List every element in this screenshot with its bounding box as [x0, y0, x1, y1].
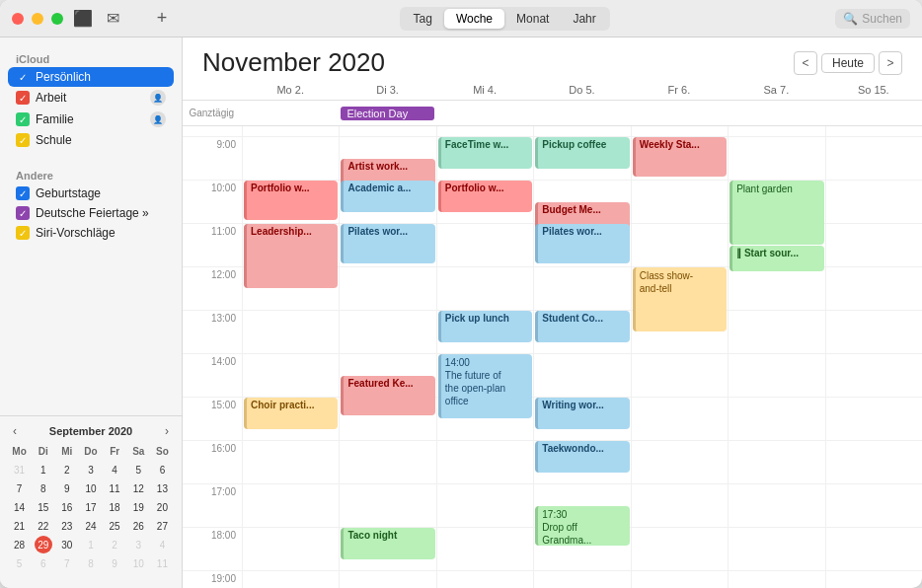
time-cell[interactable] — [825, 483, 922, 527]
time-cell[interactable] — [339, 266, 435, 310]
mini-cal-day[interactable]: 23 — [58, 517, 76, 535]
time-cell[interactable] — [728, 570, 824, 588]
prev-button[interactable]: < — [794, 51, 817, 75]
mini-cal-day[interactable]: 11 — [106, 479, 123, 497]
add-event-button[interactable]: + — [150, 7, 174, 31]
mini-cal-next[interactable]: › — [162, 424, 172, 438]
time-cell[interactable] — [242, 310, 339, 353]
time-cell[interactable] — [533, 126, 630, 136]
mini-cal-day[interactable]: 3 — [82, 461, 100, 478]
time-cell[interactable]: Class show- and-tell — [631, 266, 728, 310]
mini-cal-day[interactable]: 2 — [58, 461, 76, 478]
mini-cal-day[interactable]: 13 — [153, 479, 171, 497]
time-cell[interactable]: Weekly Sta... — [631, 136, 728, 180]
time-cell[interactable] — [728, 483, 824, 527]
time-cell[interactable] — [436, 223, 533, 266]
sidebar-item-familie[interactable]: ✓ Familie 👤 — [8, 109, 174, 130]
time-cell[interactable] — [436, 126, 533, 136]
mini-cal-day[interactable]: 27 — [153, 517, 171, 535]
calendar-event[interactable]: Featured Ke... — [341, 376, 434, 415]
time-cell[interactable] — [728, 310, 824, 353]
mini-cal-day[interactable]: 1 — [82, 536, 100, 553]
sidebar-item-deutsche-feiertage[interactable]: ✓ Deutsche Feiertage » — [8, 203, 174, 223]
mini-cal-day[interactable]: 6 — [35, 554, 52, 572]
calendar-event[interactable]: Pilates wor... — [341, 224, 434, 263]
today-button[interactable]: Heute — [821, 53, 875, 73]
mini-cal-day[interactable]: 10 — [129, 554, 147, 572]
sidebar-item-geburtstage[interactable]: ✓ Geburtstage — [8, 184, 174, 203]
time-cell[interactable] — [728, 440, 824, 483]
mini-cal-prev[interactable]: ‹ — [10, 424, 20, 438]
time-cell[interactable]: Pickup coffee — [533, 136, 630, 180]
mini-cal-day[interactable]: 30 — [58, 536, 76, 553]
sidebar-item-persoenlich[interactable]: ✓ Persönlich — [8, 67, 174, 87]
time-cell[interactable] — [339, 126, 435, 136]
mini-cal-day[interactable]: 5 — [11, 554, 29, 572]
time-cell[interactable] — [242, 440, 339, 483]
calendar-event[interactable]: Class show- and-tell — [633, 267, 727, 331]
search-box[interactable]: 🔍 Suchen — [835, 9, 910, 29]
time-cell[interactable] — [728, 136, 824, 180]
tab-jahr[interactable]: Jahr — [561, 9, 607, 29]
time-cell[interactable]: Leadership... — [242, 223, 339, 266]
mini-cal-day[interactable]: 9 — [106, 554, 123, 572]
mini-cal-day[interactable]: 8 — [35, 479, 52, 497]
time-cell[interactable] — [533, 570, 630, 588]
minimize-button[interactable] — [32, 13, 43, 25]
mini-cal-day[interactable]: 9 — [58, 479, 76, 497]
mini-cal-today[interactable]: 29 — [35, 536, 52, 553]
calendar-event[interactable]: Pick up lunch — [438, 311, 532, 342]
calendar-event[interactable]: 17:30 Drop off Grandma... — [535, 506, 629, 546]
time-cell[interactable] — [339, 483, 435, 527]
time-cell[interactable]: Artist work... — [339, 136, 435, 180]
time-cell[interactable]: Student Co... — [533, 310, 630, 353]
mini-cal-day[interactable]: 12 — [129, 479, 147, 497]
time-cell[interactable] — [533, 353, 630, 397]
time-cell[interactable]: Portfolio w... — [242, 180, 339, 223]
time-cell[interactable] — [533, 266, 630, 310]
time-cell[interactable] — [825, 266, 922, 310]
time-cell[interactable] — [339, 570, 435, 588]
time-cell[interactable] — [825, 570, 922, 588]
time-cell[interactable] — [339, 440, 435, 483]
calendar-event[interactable]: Writing wor... — [535, 398, 629, 429]
time-cell[interactable] — [728, 353, 824, 397]
time-cell[interactable] — [436, 527, 533, 570]
time-cell[interactable]: Pick up lunch — [436, 310, 533, 353]
calendar-event[interactable]: Choir practi... — [244, 398, 338, 429]
time-cell[interactable] — [242, 126, 339, 136]
time-cell[interactable]: Taco night — [339, 527, 435, 570]
time-cell[interactable] — [728, 126, 824, 136]
time-cell[interactable] — [631, 483, 728, 527]
mini-cal-day[interactable]: 14 — [11, 498, 29, 516]
time-cell[interactable]: Academic a... — [339, 180, 435, 223]
sidebar-item-arbeit[interactable]: ✓ Arbeit 👤 — [8, 87, 174, 109]
time-cell[interactable]: Writing wor... — [533, 397, 630, 440]
mini-cal-day[interactable]: 20 — [153, 498, 171, 516]
time-cell[interactable]: Featured Ke... — [339, 353, 435, 397]
time-cell[interactable]: 17:30 Drop off Grandma... — [533, 483, 630, 527]
mini-cal-day[interactable]: 2 — [106, 536, 123, 553]
mini-cal-day[interactable]: 24 — [82, 517, 100, 535]
time-cell[interactable]: Pilates wor... — [339, 223, 435, 266]
calendar-event[interactable]: ‖ Start sour... — [730, 246, 823, 271]
time-cell[interactable]: Pilates wor... — [533, 223, 630, 266]
mini-cal-day[interactable]: 21 — [11, 517, 29, 535]
mini-cal-day[interactable]: 11 — [153, 554, 171, 572]
time-cell[interactable] — [728, 266, 824, 310]
time-cell[interactable] — [242, 483, 339, 527]
calendar-event[interactable]: Weekly Sta... — [633, 137, 727, 177]
time-cell[interactable]: Choir practi... — [242, 397, 339, 440]
calendar-event[interactable]: Pickup coffee — [535, 137, 629, 169]
time-cell[interactable] — [242, 570, 339, 588]
calendar-event[interactable]: Pilates wor... — [535, 224, 629, 263]
mini-cal-day[interactable]: 6 — [153, 461, 171, 478]
mini-cal-day[interactable]: 28 — [11, 536, 29, 553]
mini-cal-day[interactable]: 31 — [11, 461, 29, 478]
time-cell[interactable] — [631, 353, 728, 397]
time-cell[interactable] — [825, 223, 922, 266]
sidebar-item-schule[interactable]: ✓ Schule — [8, 130, 174, 150]
fullscreen-button[interactable] — [51, 13, 63, 25]
time-cell[interactable] — [825, 353, 922, 397]
time-cell[interactable] — [631, 126, 728, 136]
